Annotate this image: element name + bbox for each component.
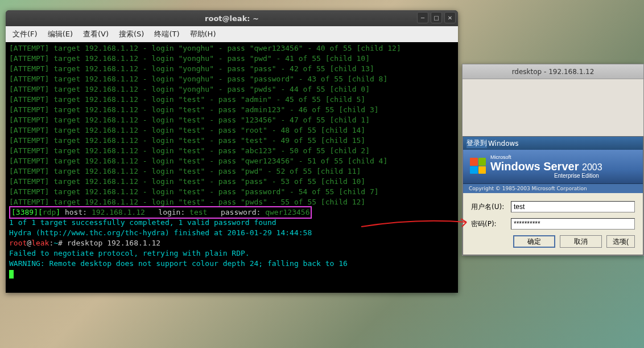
msg-line: Failed to negotiate protocol, retrying w… — [9, 248, 455, 259]
terminal-window: root@leak: ~ ─ □ ✕ 文件(F) 编辑(E) 查看(V) 搜索(… — [6, 10, 458, 293]
msg-line: WARNING: Remote desktop does not support… — [9, 259, 455, 269]
menu-view[interactable]: 查看(V) — [81, 28, 111, 40]
attempt-line: [ATTEMPT] target 192.168.1.12 - login "t… — [9, 166, 455, 177]
attempt-line: [ATTEMPT] target 192.168.1.12 - login "y… — [9, 74, 455, 84]
microsoft-label: Microsoft — [490, 154, 511, 160]
attempt-line: [ATTEMPT] target 192.168.1.12 - login "t… — [9, 146, 455, 156]
attempt-line: [ATTEMPT] target 192.168.1.12 - login "t… — [9, 136, 455, 146]
username-field[interactable] — [511, 201, 635, 212]
attempt-line: [ATTEMPT] target 192.168.1.12 - login "y… — [9, 84, 455, 95]
menu-edit[interactable]: 编辑(E) — [46, 28, 75, 40]
username-label: 用户名(U): — [471, 202, 505, 212]
close-button[interactable]: ✕ — [444, 12, 456, 23]
menu-terminal[interactable]: 终端(T) — [152, 28, 181, 40]
password-label: 密码(P): — [471, 219, 505, 229]
rdesktop-title: rdesktop - 192.168.1.12 — [512, 68, 595, 76]
copyright-text: Copyright © 1985-2003 Microsoft Corporat… — [463, 184, 643, 193]
logon-title-text: Windows — [488, 140, 519, 148]
password-field[interactable] — [511, 218, 635, 230]
menu-help[interactable]: 帮助(H) — [188, 28, 218, 40]
logon-title-prefix: 登录到 — [467, 138, 487, 148]
windows-logon-dialog: 登录到 Windows Microsoft Windows Server 200… — [463, 136, 643, 255]
logon-titlebar[interactable]: 登录到 Windows — [463, 137, 643, 150]
attempt-line: [ATTEMPT] target 192.168.1.12 - login "t… — [9, 95, 455, 105]
menu-file[interactable]: 文件(F) — [10, 28, 40, 40]
attempt-line: [ATTEMPT] target 192.168.1.12 - login "t… — [9, 156, 455, 166]
attempt-line: [ATTEMPT] target 192.168.1.12 - login "t… — [9, 177, 455, 187]
cancel-button[interactable]: 取消 — [560, 235, 602, 248]
window-controls: ─ □ ✕ — [417, 12, 456, 23]
terminal-title: root@leak: ~ — [205, 14, 259, 23]
terminal-output[interactable]: [ATTEMPT] target 192.168.1.12 - login "y… — [6, 42, 458, 293]
attempt-line: [ATTEMPT] target 192.168.1.12 - login "t… — [9, 187, 455, 197]
maximize-button[interactable]: □ — [431, 12, 442, 23]
terminal-titlebar[interactable]: root@leak: ~ ─ □ ✕ — [6, 10, 458, 26]
minimize-button[interactable]: ─ — [417, 12, 428, 23]
prompt-line[interactable]: root@leak:~# rdesktop 192.168.1.12 — [9, 238, 455, 248]
summary-line: 1 of 1 target successfully completed, 1 … — [9, 218, 455, 228]
windows-flag-icon — [470, 158, 486, 174]
cursor-icon — [9, 270, 14, 279]
attempt-line: [ATTEMPT] target 192.168.1.12 - login "t… — [9, 105, 455, 115]
attempt-line: [ATTEMPT] target 192.168.1.12 - login "t… — [9, 115, 455, 125]
menu-search[interactable]: 搜索(S) — [117, 28, 146, 40]
edition-label: Enterprise Edition — [554, 173, 599, 179]
finished-line: Hydra (http://www.thc.org/thc-hydra) fin… — [9, 228, 455, 238]
options-button[interactable]: 选项( — [606, 235, 635, 248]
rdesktop-titlebar[interactable]: rdesktop - 192.168.1.12 — [463, 64, 643, 79]
attempt-line: [ATTEMPT] target 192.168.1.12 - login "y… — [9, 43, 455, 54]
attempt-line: [ATTEMPT] target 192.168.1.12 - login "y… — [9, 54, 455, 64]
attempt-line: [ATTEMPT] target 192.168.1.12 - login "t… — [9, 125, 455, 136]
attempt-line: [ATTEMPT] target 192.168.1.12 - login "y… — [9, 64, 455, 74]
server-label: Windows Server 2003 — [490, 160, 602, 173]
ok-button[interactable]: 确定 — [513, 235, 555, 248]
logon-form: 用户名(U): 密码(P): 确定 取消 选项( — [463, 193, 643, 255]
logon-banner: Microsoft Windows Server 2003 Enterprise… — [463, 150, 643, 184]
terminal-menubar: 文件(F) 编辑(E) 查看(V) 搜索(S) 终端(T) 帮助(H) — [6, 26, 458, 42]
rdesktop-window: rdesktop - 192.168.1.12 登录到 Windows Micr… — [462, 64, 644, 256]
hydra-result-line: [3389][rdp] host: 192.168.1.12 login: te… — [9, 207, 455, 218]
cursor-line — [9, 269, 455, 279]
